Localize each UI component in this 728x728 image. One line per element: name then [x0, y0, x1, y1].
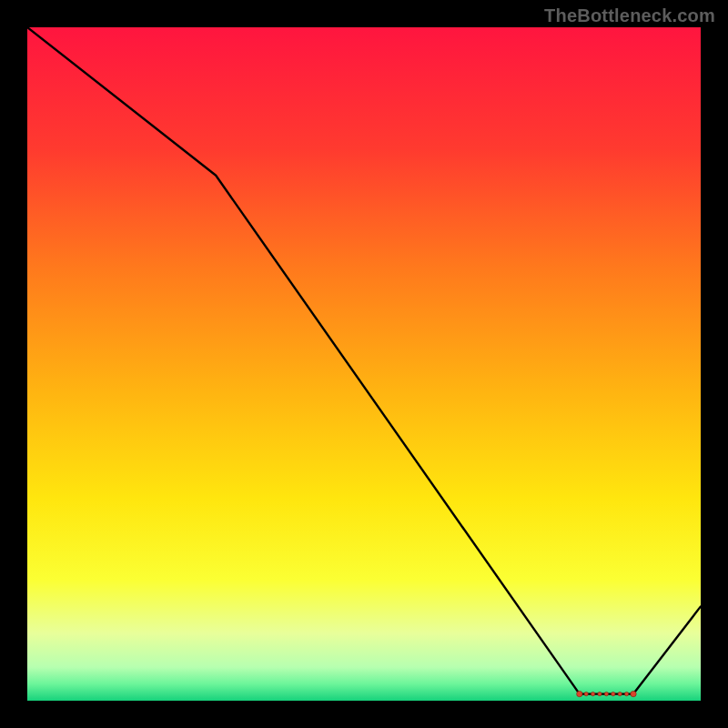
- marker-dot: [598, 692, 602, 695]
- marker-dot: [612, 692, 615, 695]
- watermark-text: TheBottleneck.com: [544, 5, 715, 26]
- marker-dot: [604, 692, 608, 695]
- marker-dot: [577, 691, 582, 696]
- marker-dot: [624, 692, 628, 695]
- chart-svg: [27, 27, 701, 701]
- marker-dot: [584, 692, 588, 695]
- plot-area: [27, 27, 701, 701]
- marker-dot: [618, 692, 622, 695]
- chart-frame: TheBottleneck.com: [0, 0, 728, 728]
- marker-dot: [591, 692, 594, 695]
- marker-dot: [631, 691, 636, 696]
- heatmap-background: [27, 27, 701, 701]
- marker-group: [577, 691, 637, 696]
